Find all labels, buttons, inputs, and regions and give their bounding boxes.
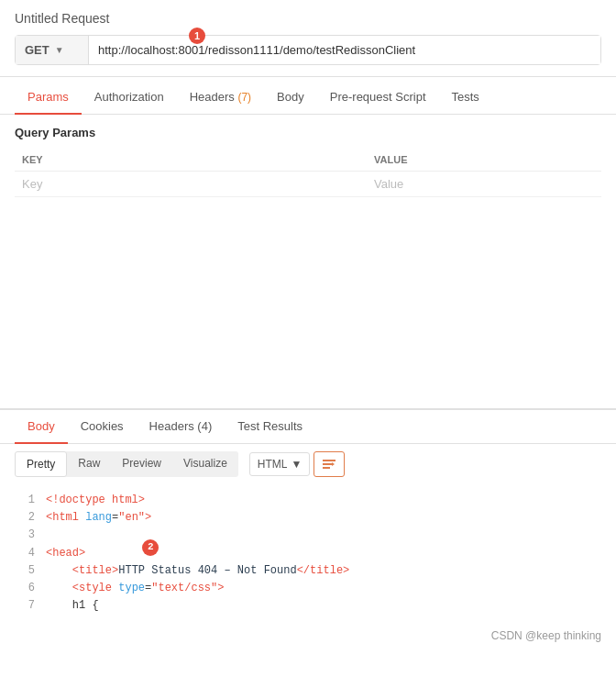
- line-number: 1: [7, 492, 35, 509]
- code-line-1: 1 <!doctype html>: [0, 492, 616, 509]
- key-placeholder: Key: [22, 177, 42, 191]
- url-wrapper: GET ▼ 1: [15, 35, 601, 65]
- chevron-down-icon: ▼: [55, 45, 64, 55]
- main-content: Query Params KEY VALUE Key Value: [0, 115, 616, 408]
- code-line-4: 4 <head> 2: [0, 545, 616, 562]
- request-tabs: Params Authorization Headers (7) Body Pr…: [0, 81, 616, 115]
- tab-params[interactable]: Params: [15, 81, 82, 115]
- chevron-down-icon: ▼: [292, 458, 302, 471]
- line-number: 7: [7, 597, 35, 615]
- key-cell[interactable]: Key: [15, 172, 367, 197]
- line-number: 3: [7, 527, 35, 544]
- format-tab-pretty[interactable]: Pretty: [15, 451, 67, 477]
- method-select[interactable]: GET ▼: [16, 36, 89, 64]
- page-title: Untitled Request: [15, 11, 601, 26]
- line-content: <style type="text/css">: [46, 580, 609, 597]
- line-content: <title>HTTP Status 404 – Not Found</titl…: [46, 562, 609, 580]
- tab-pre-request[interactable]: Pre-request Script: [317, 81, 439, 115]
- query-params-title: Query Params: [15, 126, 601, 139]
- response-tabs: Body Cookies Headers (4) Test Results: [0, 410, 616, 444]
- line-content: h1 {: [46, 597, 609, 615]
- response-section: Body Cookies Headers (4) Test Results Pr…: [0, 409, 616, 649]
- value-column-header: VALUE: [367, 149, 601, 172]
- line-number: 6: [7, 580, 35, 597]
- code-line-2: 2 <html lang="en">: [0, 509, 616, 527]
- code-line-6: 6 <style type="text/css">: [0, 580, 616, 597]
- svg-rect-2: [323, 467, 330, 469]
- params-table: KEY VALUE Key Value: [15, 149, 601, 197]
- url-input[interactable]: [89, 36, 600, 64]
- line-content: <head> 2: [46, 545, 609, 562]
- header: Untitled Request GET ▼ 1: [0, 0, 616, 77]
- line-content: <html lang="en">: [46, 509, 609, 527]
- svg-rect-1: [323, 463, 332, 465]
- wrap-icon: [322, 457, 336, 472]
- code-line-3: 3: [0, 527, 616, 544]
- response-tab-body[interactable]: Body: [15, 410, 68, 444]
- tab-headers[interactable]: Headers (7): [177, 81, 264, 115]
- badge-2: 2: [142, 539, 159, 556]
- line-content: [46, 527, 609, 544]
- table-row: Key Value: [15, 172, 601, 197]
- code-area: 1 <!doctype html> 2 <html lang="en"> 3 4…: [0, 484, 616, 622]
- headers-badge: (7): [237, 91, 251, 104]
- tab-body[interactable]: Body: [264, 81, 317, 115]
- line-number: 4: [7, 545, 35, 562]
- format-tab-visualize[interactable]: Visualize: [172, 451, 238, 477]
- method-label: GET: [25, 43, 50, 57]
- code-line-7: 7 h1 {: [0, 597, 616, 615]
- line-number: 5: [7, 562, 35, 580]
- response-tab-test-results[interactable]: Test Results: [225, 410, 315, 444]
- code-line-5: 5 <title>HTTP Status 404 – Not Found</ti…: [0, 562, 616, 580]
- svg-rect-0: [323, 460, 336, 461]
- line-number: 2: [7, 509, 35, 527]
- badge-1: 1: [189, 28, 205, 44]
- tab-tests[interactable]: Tests: [439, 81, 492, 115]
- wrap-button[interactable]: [314, 451, 345, 477]
- value-placeholder: Value: [374, 177, 403, 191]
- tab-authorization[interactable]: Authorization: [82, 81, 177, 115]
- line-content: <!doctype html>: [46, 492, 609, 509]
- key-column-header: KEY: [15, 149, 367, 172]
- response-toolbar: Pretty Raw Preview Visualize HTML ▼: [0, 444, 616, 484]
- format-tab-preview[interactable]: Preview: [111, 451, 172, 477]
- format-select[interactable]: HTML ▼: [249, 452, 311, 476]
- value-cell[interactable]: Value: [367, 172, 601, 197]
- response-tab-headers[interactable]: Headers (4): [137, 410, 226, 444]
- format-tab-raw[interactable]: Raw: [67, 451, 111, 477]
- format-tabs: Pretty Raw Preview Visualize: [15, 451, 238, 477]
- url-bar: GET ▼: [15, 35, 601, 65]
- response-tab-cookies[interactable]: Cookies: [68, 410, 137, 444]
- format-select-value: HTML: [258, 458, 288, 471]
- watermark: CSDN @keep thinking: [0, 622, 616, 649]
